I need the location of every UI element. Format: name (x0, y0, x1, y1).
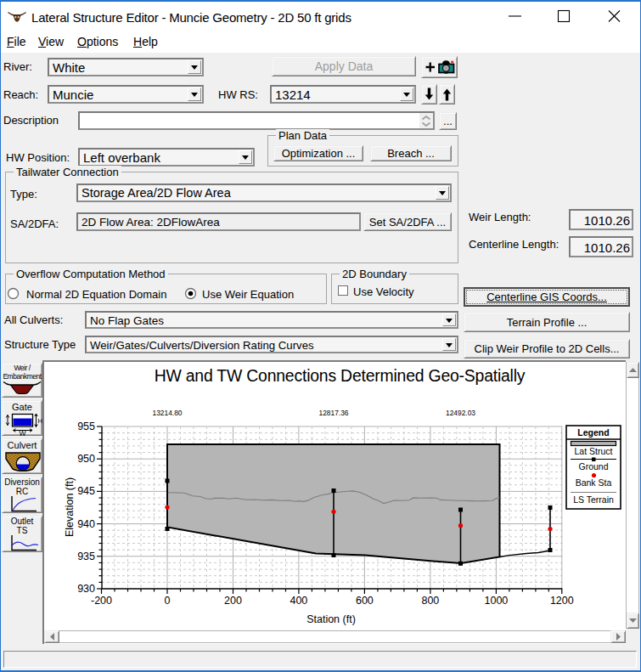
svg-text:W: W (20, 429, 26, 436)
svg-text:13214.80: 13214.80 (153, 409, 183, 417)
svg-text:935: 935 (77, 551, 95, 562)
svg-text:Legend: Legend (577, 427, 609, 438)
svg-text:Elevation (ft): Elevation (ft) (64, 477, 76, 537)
svg-text:HW and TW Connections Determin: HW and TW Connections Determined Geo-Spa… (155, 366, 526, 385)
svg-text:200: 200 (224, 595, 242, 607)
svg-text:Bank Sta: Bank Sta (576, 477, 612, 488)
svg-text:LS Terrain: LS Terrain (573, 494, 614, 505)
svg-text:930: 930 (77, 583, 95, 595)
svg-text:1200: 1200 (550, 595, 574, 607)
svg-text:400: 400 (290, 595, 307, 607)
svg-text:Ground: Ground (578, 461, 608, 472)
svg-text:Station (ft): Station (ft) (306, 613, 356, 625)
svg-text:Lat Struct: Lat Struct (575, 446, 613, 456)
svg-text:1000: 1000 (484, 595, 508, 607)
svg-text:940: 940 (77, 518, 95, 530)
svg-text:12492.03: 12492.03 (446, 409, 475, 417)
svg-text:600: 600 (356, 595, 374, 607)
svg-text:800: 800 (421, 595, 439, 607)
svg-text:0: 0 (165, 595, 171, 607)
svg-text:945: 945 (77, 485, 95, 497)
svg-text:12817.36: 12817.36 (319, 409, 349, 417)
svg-text:950: 950 (77, 453, 95, 465)
svg-text:955: 955 (77, 421, 95, 432)
svg-text:-200: -200 (91, 595, 112, 607)
